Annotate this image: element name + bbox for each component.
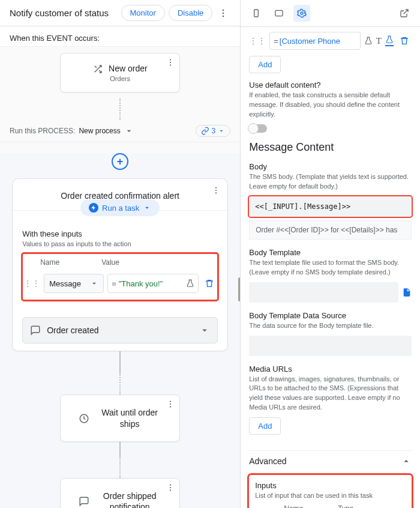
card-more-icon[interactable] <box>166 58 175 67</box>
svg-point-9 <box>170 401 171 402</box>
use-default-heading: Use default content? <box>249 80 412 89</box>
svg-point-0 <box>223 9 224 11</box>
open-external-icon[interactable] <box>396 5 413 22</box>
phone-expression-input[interactable]: =[Customer Phone <box>269 32 361 50</box>
chevron-up-icon <box>401 456 412 467</box>
svg-point-11 <box>170 407 171 408</box>
step-wait-label: Wait until order ships <box>98 407 161 429</box>
svg-point-18 <box>301 12 303 14</box>
run-process-value[interactable]: New process <box>79 127 120 135</box>
body-template-ds-input[interactable] <box>249 336 412 356</box>
overflow-menu-button[interactable] <box>216 6 230 20</box>
drag-handle-icon[interactable]: ⋮⋮ <box>23 279 40 288</box>
clock-icon <box>79 413 89 424</box>
media-urls-heading: Media URLs <box>249 364 412 373</box>
document-icon[interactable] <box>402 288 412 297</box>
step-wait-card[interactable]: Wait until order ships <box>60 395 180 441</box>
use-default-help: If enabled, the task constructs a sensib… <box>249 91 412 119</box>
flask-icon[interactable] <box>364 37 373 45</box>
shuffle-icon <box>93 64 103 74</box>
svg-point-2 <box>223 15 224 17</box>
body-help: The SMS body. (Template that yields text… <box>249 172 412 192</box>
card-more-icon[interactable] <box>166 400 175 408</box>
run-process-label: Run this PROCESS: <box>10 127 75 135</box>
svg-point-4 <box>170 62 171 63</box>
panel-resize-handle[interactable] <box>238 277 240 301</box>
event-card-title: New order <box>109 64 148 73</box>
add-media-button[interactable]: Add <box>249 417 281 435</box>
view-mobile-icon[interactable] <box>248 5 265 22</box>
inputs-col-type: Type <box>338 504 353 508</box>
svg-rect-17 <box>275 10 283 16</box>
inputs-heading: Inputs <box>255 481 406 490</box>
monitor-button[interactable]: Monitor <box>121 5 165 21</box>
view-tablet-icon[interactable] <box>271 5 287 22</box>
svg-point-14 <box>170 487 171 488</box>
card-more-icon[interactable] <box>166 483 175 492</box>
media-urls-help: List of drawings, images, signatures, th… <box>249 375 412 413</box>
event-card[interactable]: New order Orders <box>60 53 180 92</box>
linked-refs-button[interactable]: 3 <box>196 125 231 137</box>
step-shipped-label: Order shipped notification <box>98 491 161 508</box>
use-default-toggle[interactable] <box>249 124 267 133</box>
flask-icon[interactable] <box>186 279 194 288</box>
body-heading: Body <box>249 162 412 171</box>
when-event-label: When this EVENT occurs: <box>0 26 240 47</box>
svg-rect-16 <box>254 10 259 17</box>
svg-point-15 <box>170 489 171 491</box>
svg-point-5 <box>170 64 171 65</box>
event-card-subtitle: Orders <box>65 75 175 82</box>
input-value-expression[interactable]: = "Thank you!" <box>107 274 199 293</box>
text-format-icon[interactable]: T <box>376 36 382 46</box>
body-template-heading: Body Template <box>249 248 412 257</box>
inputs-help: List of input that can be used in this t… <box>255 491 406 501</box>
svg-point-3 <box>170 59 171 61</box>
chevron-down-icon <box>199 325 210 336</box>
body-expression-input[interactable]: <<[_INPUT].[Message]>> <box>249 196 412 217</box>
input-row: ⋮⋮ Message = "Thank you!" <box>23 269 217 298</box>
body-preview: Order #<<[Order ID]>> for <<[Details]>> … <box>249 220 412 240</box>
body-template-ds-help: The data source for the Body template fi… <box>249 321 412 331</box>
chat-icon <box>30 325 41 336</box>
svg-point-1 <box>223 12 224 14</box>
bolt-icon <box>89 203 98 213</box>
settings-tab[interactable] <box>293 5 310 22</box>
message-content-heading: Message Content <box>249 141 412 154</box>
input-name-select[interactable]: Message <box>44 274 104 293</box>
advanced-section-toggle[interactable]: Advanced <box>249 450 412 471</box>
svg-point-13 <box>170 484 171 485</box>
flask-active-icon[interactable] <box>385 35 394 46</box>
step-order-created[interactable]: Order created <box>22 317 218 343</box>
run-task-chip[interactable]: Run a task <box>80 199 160 216</box>
body-template-help: The text template file used to format th… <box>249 258 412 277</box>
add-step-button[interactable]: + <box>112 153 128 170</box>
col-name: Name <box>23 258 101 267</box>
delete-row-button[interactable] <box>202 276 217 291</box>
chevron-down-icon[interactable] <box>124 126 134 136</box>
inputs-col-name: Name <box>284 504 303 508</box>
delete-phone-button[interactable] <box>397 34 412 48</box>
page-title: Notify customer of status <box>10 8 118 18</box>
svg-point-10 <box>170 404 171 405</box>
drag-handle-icon[interactable]: ⋮⋮ <box>249 36 266 46</box>
col-value: Value <box>101 258 119 267</box>
step-shipped-card[interactable]: Order shipped notification <box>60 478 180 508</box>
body-template-input[interactable] <box>249 282 398 303</box>
task-card: Order created confirmation alert Run a t… <box>12 178 228 351</box>
disable-button[interactable]: Disable <box>169 5 212 21</box>
inputs-title: With these inputs <box>22 229 218 238</box>
add-phone-button[interactable]: Add <box>249 56 281 73</box>
inputs-description: Values to pass as inputs to the action <box>22 240 218 249</box>
chat-icon <box>79 496 89 507</box>
body-template-ds-heading: Body Template Data Source <box>249 311 412 320</box>
